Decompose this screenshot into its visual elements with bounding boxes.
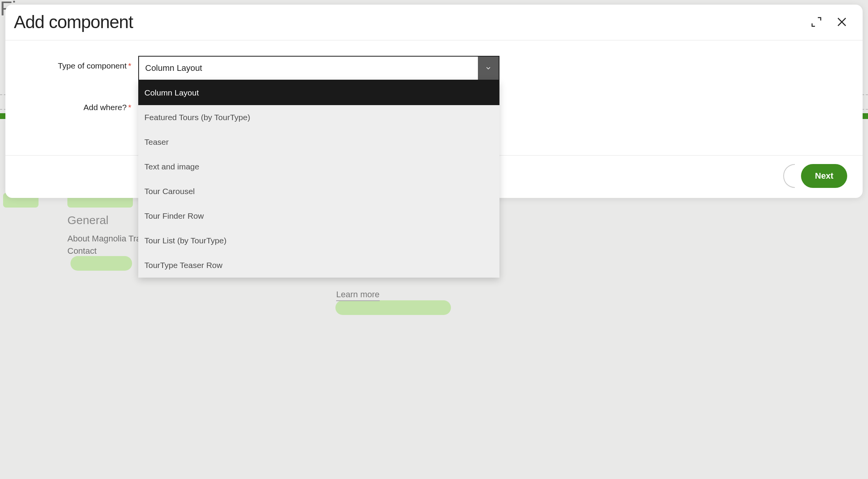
expand-button[interactable] bbox=[809, 15, 823, 29]
dropdown-option[interactable]: Tour Finder Row bbox=[138, 204, 499, 228]
background-footer: General About Magnolia Tra Contact bbox=[67, 214, 141, 258]
type-dropdown: Column Layout Featured Tours (by TourTyp… bbox=[138, 80, 499, 278]
type-label: Type of component* bbox=[21, 56, 138, 70]
add-component-dialog: Add component Type of component* bbox=[5, 5, 863, 198]
dropdown-option[interactable]: Tour Carousel bbox=[138, 179, 499, 204]
close-button[interactable] bbox=[835, 15, 849, 29]
type-select-toggle[interactable] bbox=[478, 57, 499, 80]
dropdown-option[interactable]: Text and image bbox=[138, 154, 499, 179]
dropdown-option[interactable]: TourType Teaser Row bbox=[138, 253, 499, 278]
background-accent bbox=[0, 113, 5, 119]
footer-link: About Magnolia Tra bbox=[67, 234, 141, 244]
footer-heading: General bbox=[67, 214, 141, 227]
dropdown-option[interactable]: Featured Tours (by TourType) bbox=[138, 105, 499, 130]
chevron-down-icon bbox=[485, 65, 492, 72]
dropdown-option[interactable]: Column Layout bbox=[138, 80, 499, 105]
dropdown-option[interactable]: Teaser bbox=[138, 130, 499, 154]
secondary-button[interactable] bbox=[783, 164, 795, 188]
where-label: Add where?* bbox=[21, 97, 138, 112]
where-label-text: Add where? bbox=[84, 103, 127, 112]
next-button[interactable]: Next bbox=[801, 164, 847, 188]
background-highlight bbox=[335, 300, 451, 315]
type-label-text: Type of component bbox=[58, 61, 127, 70]
type-field: Column Layout Column Layout Featured Tou… bbox=[138, 56, 847, 80]
dialog-header: Add component bbox=[5, 5, 863, 40]
required-indicator: * bbox=[128, 103, 131, 112]
dialog-title: Add component bbox=[14, 12, 133, 32]
footer-link: Contact bbox=[67, 246, 141, 256]
form-row-type: Type of component* Column Layout Column … bbox=[21, 56, 847, 80]
dropdown-option[interactable]: Tour List (by TourType) bbox=[138, 228, 499, 253]
dialog-header-actions bbox=[809, 15, 849, 29]
learn-more-link[interactable]: Learn more bbox=[336, 290, 380, 301]
expand-icon bbox=[811, 16, 822, 28]
type-select-value: Column Layout bbox=[139, 57, 478, 80]
dialog-body: Type of component* Column Layout Column … bbox=[5, 40, 863, 155]
close-icon bbox=[836, 16, 848, 28]
type-select[interactable]: Column Layout bbox=[138, 56, 499, 80]
required-indicator: * bbox=[128, 61, 131, 70]
